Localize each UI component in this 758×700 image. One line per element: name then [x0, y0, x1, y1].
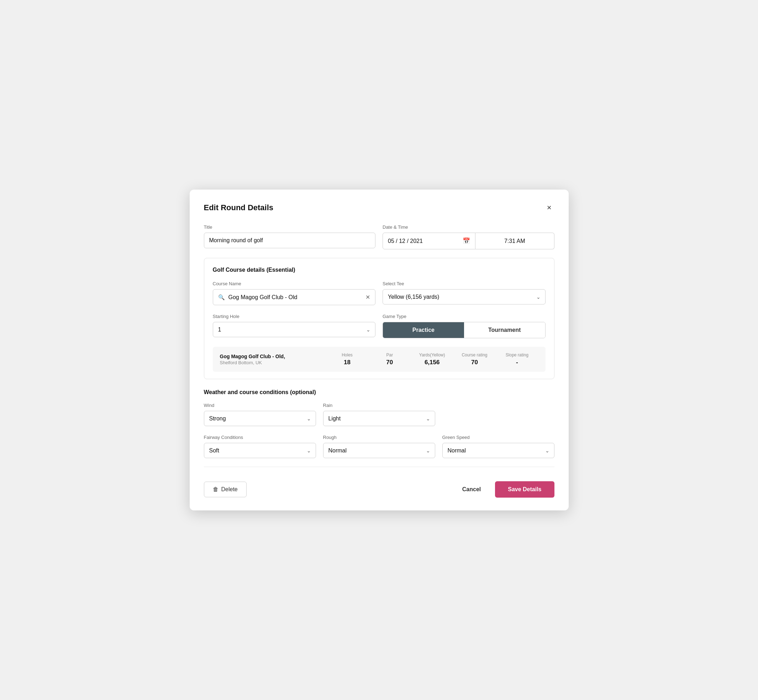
course-rating-stat: Course rating 70 [453, 353, 496, 366]
rain-select[interactable]: Light Heavy None [323, 411, 435, 426]
datetime-group: Date & Time 05 / 12 / 2021 📅 7:31 AM [382, 225, 554, 249]
wind-wrapper: Strong Light Moderate None ⌄ [204, 411, 316, 426]
hole-gametype-row: Starting Hole 1 2 10 ⌄ Game Type Practic… [213, 314, 545, 338]
course-info-bar: Gog Magog Golf Club - Old, Shelford Bott… [213, 347, 545, 372]
game-type-group: Game Type Practice Tournament [382, 314, 545, 338]
date-value: 05 / 12 / 2021 [388, 238, 423, 244]
course-info-name: Gog Magog Golf Club - Old, Shelford Bott… [220, 353, 326, 365]
rough-group: Rough Normal Soft Firm ⌄ [323, 434, 435, 458]
slope-rating-stat: Slope rating - [496, 353, 538, 366]
course-name-label: Course Name [213, 281, 376, 286]
starting-hole-input[interactable]: 1 2 10 [213, 322, 376, 337]
slope-rating-label: Slope rating [496, 353, 538, 358]
select-tee-label: Select Tee [382, 281, 545, 286]
practice-button[interactable]: Practice [383, 322, 464, 338]
modal-header: Edit Round Details × [204, 202, 554, 213]
starting-hole-group: Starting Hole 1 2 10 ⌄ [213, 314, 376, 338]
date-time-group: 05 / 12 / 2021 📅 7:31 AM [382, 233, 554, 249]
fairway-rough-green-row: Fairway Conditions Soft Normal Firm ⌄ Ro… [204, 434, 554, 458]
course-name-value: Gog Magog Golf Club - Old [229, 294, 362, 300]
slope-rating-value: - [496, 359, 538, 366]
par-value: 70 [368, 359, 411, 366]
green-speed-group: Green Speed Normal Slow Fast ⌄ [442, 434, 554, 458]
rain-group: Rain Light Heavy None ⌄ [323, 403, 435, 426]
rough-label: Rough [323, 434, 435, 440]
game-type-toggle: Practice Tournament [382, 322, 545, 338]
select-tee-group: Select Tee Yellow (6,156 yards) ⌄ [382, 281, 545, 305]
footer-right: Cancel Save Details [454, 481, 554, 498]
par-stat: Par 70 [368, 353, 411, 366]
fairway-select[interactable]: Soft Normal Firm [204, 443, 316, 458]
wind-rain-row: Wind Strong Light Moderate None ⌄ Rain L… [204, 403, 554, 426]
starting-hole-label: Starting Hole [213, 314, 376, 319]
starting-hole-wrapper: 1 2 10 ⌄ [213, 322, 376, 337]
course-full-name: Gog Magog Golf Club - Old, [220, 353, 326, 359]
wind-group: Wind Strong Light Moderate None ⌄ [204, 403, 316, 426]
rough-select[interactable]: Normal Soft Firm [323, 443, 435, 458]
yards-stat: Yards(Yellow) 6,156 [411, 353, 453, 366]
wind-select[interactable]: Strong Light Moderate None [204, 411, 316, 426]
holes-stat: Holes 18 [326, 353, 368, 366]
wind-label: Wind [204, 403, 316, 408]
trash-icon: 🗑 [213, 486, 219, 493]
title-group: Title [204, 225, 376, 249]
fairway-group: Fairway Conditions Soft Normal Firm ⌄ [204, 434, 316, 458]
select-tee-wrapper: Yellow (6,156 yards) ⌄ [382, 289, 545, 305]
title-datetime-row: Title Date & Time 05 / 12 / 2021 📅 7:31 … [204, 225, 554, 249]
course-rating-label: Course rating [453, 353, 496, 358]
search-icon: 🔍 [218, 294, 225, 300]
course-location: Shelford Bottom, UK [220, 360, 326, 365]
footer-row: 🗑 Delete Cancel Save Details [204, 475, 554, 498]
time-value: 7:31 AM [504, 238, 525, 244]
conditions-title: Weather and course conditions (optional) [204, 389, 554, 395]
green-speed-label: Green Speed [442, 434, 554, 440]
date-field[interactable]: 05 / 12 / 2021 📅 [382, 233, 475, 249]
par-label: Par [368, 353, 411, 358]
yards-value: 6,156 [411, 359, 453, 366]
datetime-label: Date & Time [382, 225, 554, 230]
fairway-wrapper: Soft Normal Firm ⌄ [204, 443, 316, 458]
course-name-field[interactable]: 🔍 Gog Magog Golf Club - Old ✕ [213, 289, 376, 305]
course-name-group: Course Name 🔍 Gog Magog Golf Club - Old … [213, 281, 376, 305]
golf-course-title: Golf Course details (Essential) [213, 267, 545, 273]
delete-label: Delete [221, 486, 238, 493]
conditions-section: Weather and course conditions (optional)… [204, 389, 554, 458]
holes-label: Holes [326, 353, 368, 358]
green-speed-wrapper: Normal Slow Fast ⌄ [442, 443, 554, 458]
course-tee-row: Course Name 🔍 Gog Magog Golf Club - Old … [213, 281, 545, 305]
green-speed-select[interactable]: Normal Slow Fast [442, 443, 554, 458]
fairway-label: Fairway Conditions [204, 434, 316, 440]
cancel-button[interactable]: Cancel [454, 482, 489, 497]
rough-wrapper: Normal Soft Firm ⌄ [323, 443, 435, 458]
tournament-button[interactable]: Tournament [464, 322, 545, 338]
yards-label: Yards(Yellow) [411, 353, 453, 358]
title-input[interactable] [204, 233, 376, 248]
footer-divider [204, 467, 554, 467]
clear-icon[interactable]: ✕ [365, 294, 370, 300]
modal-title: Edit Round Details [204, 203, 274, 212]
game-type-label: Game Type [382, 314, 545, 319]
edit-round-modal: Edit Round Details × Title Date & Time 0… [190, 189, 568, 511]
delete-button[interactable]: 🗑 Delete [204, 481, 247, 497]
save-button[interactable]: Save Details [495, 481, 554, 498]
rain-wrapper: Light Heavy None ⌄ [323, 411, 435, 426]
course-rating-value: 70 [453, 359, 496, 366]
holes-value: 18 [326, 359, 368, 366]
calendar-icon: 📅 [463, 237, 470, 245]
golf-course-section: Golf Course details (Essential) Course N… [204, 258, 554, 379]
rain-label: Rain [323, 403, 435, 408]
close-button[interactable]: × [544, 202, 554, 213]
title-label: Title [204, 225, 376, 230]
select-tee-input[interactable]: Yellow (6,156 yards) [382, 289, 545, 305]
time-field[interactable]: 7:31 AM [475, 233, 554, 249]
